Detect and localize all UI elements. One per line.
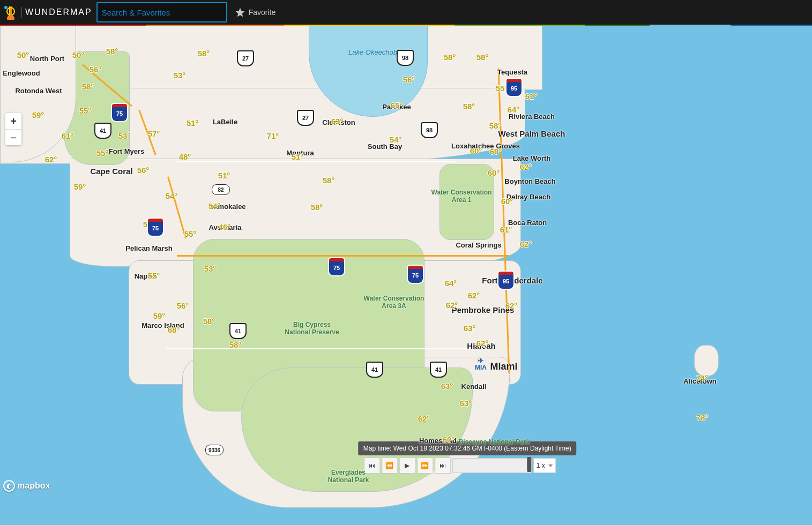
temperature-pin[interactable]: 51 (187, 118, 199, 128)
highway-shield: 75 (111, 103, 128, 122)
city-label: Coral Springs (456, 241, 501, 249)
temperature-pin[interactable]: 63 (460, 399, 472, 408)
temperature-pin[interactable]: 63 (464, 324, 476, 333)
temperature-pin[interactable]: 62 (446, 301, 458, 310)
temperature-pin[interactable]: 58 (463, 102, 475, 111)
temperature-pin[interactable]: 55 (184, 229, 197, 238)
city-label: Lake Worth (513, 154, 551, 162)
map-canvas[interactable]: Lake Okeechobee + − ◐ mapbox Map time: W… (0, 25, 812, 525)
temperature-pin[interactable]: 68 (168, 325, 180, 334)
temperature-pin[interactable]: 58 (476, 52, 489, 62)
temperature-pin[interactable]: 58 (489, 121, 502, 130)
temperature-pin[interactable]: 48 (179, 152, 191, 161)
temperature-pin[interactable]: 53 (204, 264, 217, 273)
temperature-pin[interactable]: 59 (32, 110, 44, 119)
temperature-pin[interactable]: 61 (525, 92, 538, 101)
temperature-pin[interactable]: 55 (148, 271, 160, 280)
temperature-pin[interactable]: 54 (166, 191, 178, 200)
temperature-pin[interactable]: 62 (418, 414, 430, 423)
highway-shield: 41 (430, 362, 447, 378)
timeline-last-button[interactable]: ⏭ (435, 458, 451, 474)
timeline-next-button[interactable]: ⏩ (417, 458, 433, 474)
temperature-pin[interactable]: 62 (505, 301, 518, 310)
mapbox-attribution[interactable]: ◐ mapbox (3, 480, 50, 492)
timeline-play-button[interactable]: ▶ (399, 458, 415, 474)
park-label: EvergladesNational Park (328, 469, 369, 484)
temperature-pin[interactable]: 78 (696, 413, 709, 422)
temperature-pin[interactable]: 58 (203, 317, 215, 326)
highway-shield: 95 (497, 271, 515, 290)
logo-icon (3, 5, 18, 20)
airport-mia: MIA (475, 357, 487, 371)
timeline-speed-select[interactable]: 1 x (533, 458, 556, 473)
temperature-pin[interactable]: 62 (520, 239, 532, 249)
temperature-pin[interactable]: 55 (79, 106, 92, 115)
park-label: Water ConservationArea 1 (431, 189, 492, 204)
city-label: Tequesta (497, 68, 527, 76)
temperature-pin[interactable]: 58 (229, 340, 242, 349)
highway-shield: 98 (421, 122, 438, 138)
temperature-pin[interactable]: 65 (391, 101, 403, 110)
temperature-pin[interactable]: 58 (444, 52, 456, 62)
brand-logo[interactable]: WUNDERMAP (3, 5, 92, 20)
temperature-pin[interactable]: 53 (174, 71, 186, 80)
temperature-pin[interactable]: 58 (323, 176, 335, 185)
temperature-pin[interactable]: 55 (96, 148, 109, 158)
temperature-pin[interactable]: 60 (443, 435, 455, 444)
temperature-pin[interactable]: 58 (106, 47, 118, 56)
temperature-pin[interactable]: 71 (267, 131, 279, 140)
park-label: Water ConservationArea 3A (364, 295, 424, 310)
temperature-pin[interactable]: 56 (90, 65, 102, 74)
search-input[interactable] (96, 2, 227, 22)
zoom-out-button[interactable]: − (5, 129, 21, 145)
favorite-button[interactable]: Favorite (235, 7, 276, 18)
temperature-pin[interactable]: 57 (148, 129, 160, 138)
timeline-prev-button[interactable]: ⏪ (382, 458, 398, 474)
temperature-pin[interactable]: 74 (696, 373, 709, 382)
temperature-pin[interactable]: 64 (508, 105, 520, 114)
star-icon (235, 7, 245, 18)
temperature-pin[interactable]: 60 (488, 168, 500, 177)
temperature-pin[interactable]: 51 (218, 171, 230, 180)
city-label: Kendall (461, 382, 487, 391)
temperature-pin[interactable]: 53 (118, 131, 131, 140)
temperature-pin[interactable]: 61 (500, 225, 512, 234)
zoom-in-button[interactable]: + (5, 113, 21, 129)
temperature-pin[interactable]: 58 (198, 49, 210, 58)
temperature-pin[interactable]: 50 (17, 50, 29, 59)
highway-shield: 27 (237, 50, 254, 66)
timeline-track[interactable] (452, 458, 532, 473)
temperature-pin[interactable]: 46 (219, 222, 231, 231)
svg-point-0 (4, 6, 8, 9)
temperature-pin[interactable]: 62 (468, 291, 480, 300)
temperature-pin[interactable]: 54 (208, 201, 221, 211)
temperature-pin[interactable]: 61 (62, 131, 74, 140)
temperature-pin[interactable]: 60 (501, 197, 513, 206)
city-label: Pelican Marsh (125, 244, 172, 252)
temperature-pin[interactable]: 56 (403, 75, 415, 84)
temperature-pin[interactable]: 64 (445, 279, 457, 288)
temperature-pin[interactable]: 60 (470, 146, 482, 155)
temperature-pin[interactable]: 50 (72, 50, 85, 59)
temperature-pin[interactable]: 59 (153, 311, 166, 320)
temperature-pin[interactable]: 56 (177, 301, 189, 310)
temperature-pin[interactable]: 62 (45, 155, 57, 164)
temperature-pin[interactable]: 51 (292, 152, 304, 161)
temperature-pin[interactable]: 58 (311, 202, 323, 212)
temperature-pin[interactable]: 54 (390, 135, 402, 144)
city-label: Boynton Beach (504, 177, 555, 185)
highway-shield: 95 (505, 78, 523, 97)
temperature-pin[interactable]: 62 (476, 339, 489, 348)
favorite-label: Favorite (249, 8, 276, 17)
temperature-pin[interactable]: 56 (137, 166, 150, 175)
temperature-pin[interactable]: 62 (520, 162, 532, 171)
highway-shield: 75 (407, 265, 424, 284)
temperature-pin[interactable]: 60 (490, 147, 502, 156)
timeline-handle[interactable] (527, 457, 531, 472)
temperature-pin[interactable]: 63 (441, 381, 453, 391)
logo-divider (21, 7, 22, 18)
temperature-pin[interactable]: 59 (74, 182, 86, 191)
city-label: West Palm Beach (498, 129, 565, 138)
temperature-pin[interactable]: 63 (331, 117, 344, 126)
temperature-pin[interactable]: 58 (82, 82, 94, 91)
